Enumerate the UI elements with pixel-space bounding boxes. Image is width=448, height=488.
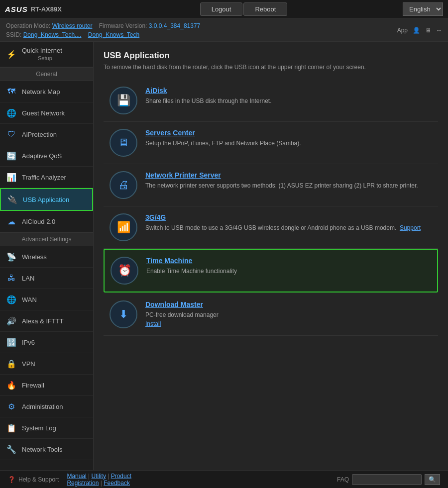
ssid-value1: Dong_Knows_Tech....: [23, 31, 82, 38]
usb-app-printer-server[interactable]: 🖨 Network Printer Server The network pri…: [104, 164, 438, 206]
monitor-icon[interactable]: 🖥: [425, 27, 431, 34]
topbar: ASUS RT-AX89X Logout Reboot English: [0, 0, 448, 19]
app-label: App: [397, 27, 408, 34]
download-master-title[interactable]: Download Master: [145, 300, 432, 308]
faq-search-input[interactable]: [352, 474, 422, 485]
network-icon[interactable]: ↔: [436, 27, 442, 34]
status-info: Operation Mode: Wireless router Firmware…: [6, 21, 392, 39]
sidebar-item-adaptive-qos[interactable]: 🔄 Adaptive QoS: [0, 145, 93, 167]
footer-utility-link[interactable]: Utility: [92, 473, 106, 480]
logout-button[interactable]: Logout: [200, 2, 243, 16]
sidebar-item-label: USB Application: [23, 196, 69, 203]
3g4g-support-link[interactable]: Support: [400, 224, 421, 231]
footer-feedback-link[interactable]: Feedback: [104, 480, 130, 487]
usb-app-download-master[interactable]: ⬇ Download Master PC-free download manag…: [104, 293, 438, 336]
download-master-install-link[interactable]: Install: [145, 320, 161, 327]
sidebar-item-label: Traffic Analyzer: [22, 174, 66, 181]
asus-logo: ASUS: [5, 5, 28, 13]
firewall-icon: 🔥: [6, 380, 17, 390]
aidisk-text: AiDisk Share files in the USB disk throu…: [145, 87, 432, 105]
printer-server-text: Network Printer Server The network print…: [145, 171, 432, 190]
sidebar-item-traffic-analyzer[interactable]: 📊 Traffic Analyzer: [0, 167, 93, 188]
sidebar-item-lan[interactable]: 🖧 LAN: [0, 268, 93, 289]
usb-application-icon: 🔌: [7, 194, 18, 205]
firmware-label: Firmware Version:: [99, 22, 147, 29]
sidebar-item-alexa-ifttt[interactable]: 🔊 Alexa & IFTTT: [0, 310, 93, 332]
servers-center-icon: 🖥: [110, 129, 137, 157]
wan-icon: 🌐: [6, 294, 17, 305]
servers-center-text: Servers Center Setup the UPnP, iTunes, F…: [145, 129, 432, 148]
adaptive-qos-icon: 🔄: [6, 150, 17, 161]
3g4g-title[interactable]: 3G/4G: [145, 213, 432, 221]
sidebar-item-wan[interactable]: 🌐 WAN: [0, 289, 93, 310]
footer-faq: FAQ 🔍: [337, 474, 440, 485]
sidebar-item-firewall[interactable]: 🔥 Firewall: [0, 375, 93, 396]
download-master-desc: PC-free download manager Install: [145, 310, 432, 328]
aidisk-title[interactable]: AiDisk: [145, 87, 432, 95]
printer-server-title[interactable]: Network Printer Server: [145, 171, 432, 179]
footer-product-link[interactable]: Product: [111, 473, 131, 480]
sidebar-item-label: System Log: [22, 424, 56, 432]
usb-app-time-machine[interactable]: ⏰ Time Machine Enable Time Machine funct…: [104, 249, 438, 293]
time-machine-text: Time Machine Enable Time Machine functio…: [146, 257, 431, 276]
sidebar-item-label: Wireless: [22, 253, 47, 261]
download-master-text: Download Master PC-free download manager…: [145, 300, 432, 328]
ssid-value2: Dong_Knows_Tech: [88, 31, 139, 38]
aicloud-icon: ☁: [6, 216, 17, 227]
time-machine-icon: ⏰: [111, 257, 138, 285]
3g4g-text: 3G/4G Switch to USB mode to use a 3G/4G …: [145, 213, 432, 232]
help-icon: ❓: [8, 476, 15, 483]
sidebar-item-label: WAN: [22, 296, 37, 303]
time-machine-title[interactable]: Time Machine: [146, 257, 431, 265]
usb-app-servers-center[interactable]: 🖥 Servers Center Setup the UPnP, iTunes,…: [104, 122, 438, 164]
sidebar-item-label: IPv6: [22, 339, 35, 346]
sidebar-item-label: AiCloud 2.0: [22, 218, 55, 225]
faq-search-button[interactable]: 🔍: [425, 474, 440, 485]
user-icon[interactable]: 👤: [413, 27, 420, 34]
sidebar-item-label: Guest Network: [22, 109, 65, 117]
sidebar-item-quick-internet[interactable]: ⚡ Quick InternetSetup: [0, 42, 93, 67]
faq-label: FAQ: [337, 476, 349, 483]
advanced-section-label: Advanced Settings: [0, 232, 93, 246]
3g4g-desc: Switch to USB mode to use a 3G/4G USB wi…: [145, 223, 432, 232]
system-log-icon: 📋: [6, 422, 17, 433]
alexa-icon: 🔊: [6, 315, 17, 326]
servers-center-title[interactable]: Servers Center: [145, 129, 432, 137]
printer-server-icon: 🖨: [110, 171, 137, 199]
network-tools-icon: 🔧: [6, 444, 17, 455]
operation-mode-value: Wireless router: [52, 22, 93, 29]
page-description: To remove the hard disk from the router,…: [104, 64, 438, 71]
sidebar-item-system-log[interactable]: 📋 System Log: [0, 417, 93, 439]
sidebar-item-label: Alexa & IFTTT: [22, 317, 64, 325]
logo-area: ASUS RT-AX89X: [5, 5, 85, 13]
sidebar-item-network-tools[interactable]: 🔧 Network Tools: [0, 439, 93, 460]
sidebar-item-ipv6[interactable]: 🔢 IPv6: [0, 332, 93, 353]
reboot-button[interactable]: Reboot: [243, 2, 287, 16]
help-support-label: Help & Support: [18, 476, 59, 483]
usb-app-aidisk[interactable]: 💾 AiDisk Share files in the USB disk thr…: [104, 80, 438, 122]
sidebar-item-guest-network[interactable]: 🌐 Guest Network: [0, 102, 93, 124]
sidebar-item-wireless[interactable]: 📡 Wireless: [0, 246, 93, 268]
sidebar-item-label: Firewall: [22, 382, 44, 389]
ssid-label: SSID:: [6, 31, 21, 38]
ipv6-icon: 🔢: [6, 337, 17, 348]
guest-network-icon: 🌐: [6, 107, 17, 118]
sidebar-item-aiprotection[interactable]: 🛡 AiProtection: [0, 124, 93, 145]
sidebar-item-vpn[interactable]: 🔒 VPN: [0, 353, 93, 375]
usb-app-3g4g[interactable]: 📶 3G/4G Switch to USB mode to use a 3G/4…: [104, 206, 438, 249]
traffic-analyzer-icon: 📊: [6, 172, 17, 183]
main-layout: ⚡ Quick InternetSetup General 🗺 Network …: [0, 42, 448, 470]
page-title-area: USB Application To remove the hard disk …: [104, 51, 438, 71]
sidebar-item-network-map[interactable]: 🗺 Network Map: [0, 81, 93, 102]
language-select[interactable]: English: [403, 2, 443, 16]
footer-registration-link[interactable]: Registration: [67, 480, 99, 487]
sidebar-item-label: Adaptive QoS: [22, 152, 62, 160]
footer-help: ❓ Help & Support: [8, 476, 59, 483]
footer-manual-link[interactable]: Manual: [67, 473, 86, 480]
lan-icon: 🖧: [6, 273, 17, 284]
sidebar-item-usb-application[interactable]: 🔌 USB Application: [0, 188, 93, 211]
vpn-icon: 🔒: [6, 358, 17, 369]
aiprotection-icon: 🛡: [6, 129, 17, 140]
sidebar-item-administration[interactable]: ⚙ Administration: [0, 396, 93, 417]
sidebar-item-aicloud[interactable]: ☁ AiCloud 2.0: [0, 211, 93, 232]
